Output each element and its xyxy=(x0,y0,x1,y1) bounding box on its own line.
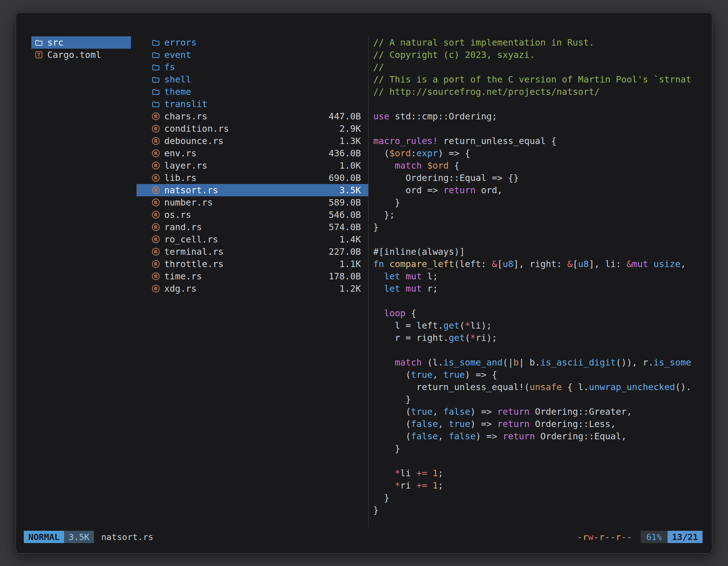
svg-text:R: R xyxy=(154,114,158,119)
code-line: loop { xyxy=(373,307,703,319)
code-line: l = left.get(*li); xyxy=(373,319,703,332)
entry-name: time.rs xyxy=(164,271,202,282)
toml-file-icon: T xyxy=(35,51,43,59)
file-row[interactable]: Rterminal.rs227.0B xyxy=(137,246,368,258)
code-line: (false, false) => return Ordering::Equal… xyxy=(373,430,703,442)
entry-size: 1.4K xyxy=(339,234,361,245)
file-preview-pane[interactable]: // A natural sort implementation in Rust… xyxy=(368,36,703,527)
code-line: #[inline(always)] xyxy=(373,246,703,258)
file-row[interactable]: Rrand.rs574.0B xyxy=(137,221,368,233)
folder-icon xyxy=(152,51,160,59)
file-row[interactable]: Rro_cell.rs1.4K xyxy=(137,233,368,246)
code-line xyxy=(373,123,703,135)
main-panes: srcTCargo.toml errorseventfsshellthemetr… xyxy=(16,36,712,527)
dir-row[interactable]: shell xyxy=(137,73,368,86)
entry-size: 574.0B xyxy=(328,222,361,233)
entry-name: errors xyxy=(164,37,197,48)
dir-row[interactable]: fs xyxy=(137,61,368,73)
code-line: match (l.is_some_and(|b| b.is_ascii_digi… xyxy=(373,356,703,368)
folder-icon xyxy=(152,100,160,108)
svg-text:R: R xyxy=(154,237,158,242)
dir-row[interactable]: event xyxy=(137,49,368,61)
code-line: ord => return ord, xyxy=(373,184,703,196)
code-line: } xyxy=(373,221,703,233)
dir-row[interactable]: translit xyxy=(137,98,368,110)
svg-text:R: R xyxy=(154,126,158,132)
entry-size: 1.0K xyxy=(339,160,361,171)
entry-size: 589.0B xyxy=(328,197,361,208)
svg-text:R: R xyxy=(154,139,158,144)
file-row[interactable]: Rlayer.rs1.0K xyxy=(137,159,368,172)
code-line: (true, true) => { xyxy=(373,368,703,381)
file-row[interactable]: Rtime.rs178.0B xyxy=(137,270,368,283)
code-line: *ri += 1; xyxy=(373,479,703,492)
statusbar-right: -rw-r--r-- 61% 13/21 xyxy=(577,531,703,543)
entry-size: 447.0B xyxy=(328,111,361,122)
entry-name: Cargo.toml xyxy=(47,50,101,60)
entry-size: 1.2K xyxy=(339,283,361,294)
code-line: r = right.get(*ri); xyxy=(373,332,703,344)
file-size-badge: 3.5K xyxy=(64,531,94,543)
entry-name: rand.rs xyxy=(164,222,202,233)
svg-text:R: R xyxy=(154,225,158,230)
svg-text:R: R xyxy=(154,249,158,255)
file-row[interactable]: TCargo.toml xyxy=(31,49,131,61)
entry-size: 1.1K xyxy=(339,259,361,269)
file-row[interactable]: Rnatsort.rs3.5K xyxy=(137,184,368,196)
rust-file-icon: R xyxy=(152,186,160,194)
svg-text:R: R xyxy=(154,175,158,181)
code-line: let mut r; xyxy=(373,283,703,295)
rust-file-icon: R xyxy=(152,161,160,170)
code-line: (false, true) => return Ordering::Less, xyxy=(373,418,703,430)
entry-size: 2.9K xyxy=(339,123,361,134)
code-line: return_unless_equal!(unsafe { l.unwrap_u… xyxy=(373,381,703,393)
code-line: }; xyxy=(373,209,703,221)
svg-text:R: R xyxy=(154,151,158,156)
rust-file-icon: R xyxy=(152,174,160,182)
rust-file-icon: R xyxy=(152,137,160,145)
file-row[interactable]: Rthrottle.rs1.1K xyxy=(137,258,368,270)
file-row[interactable]: Rlib.rs690.0B xyxy=(137,172,368,184)
file-row[interactable]: Rcondition.rs2.9K xyxy=(137,123,368,135)
code-line xyxy=(373,344,703,356)
mode-badge: NORMAL xyxy=(24,531,64,543)
current-directory-pane[interactable]: errorseventfsshellthemetranslitRchars.rs… xyxy=(137,36,368,527)
code-line xyxy=(373,455,703,467)
entry-name: lib.rs xyxy=(164,173,197,183)
rust-file-icon: R xyxy=(152,235,160,244)
entry-name: debounce.rs xyxy=(164,136,224,146)
code-line: // xyxy=(373,61,703,73)
dir-row[interactable]: errors xyxy=(137,36,368,49)
entry-name: ro_cell.rs xyxy=(164,234,218,245)
entry-name: number.rs xyxy=(164,197,213,208)
code-line: // This is a port of the C version of Ma… xyxy=(373,73,703,86)
entry-size: 690.0B xyxy=(328,173,361,183)
svg-text:R: R xyxy=(154,188,158,193)
entry-name: fs xyxy=(164,62,175,72)
rust-file-icon: R xyxy=(152,125,160,133)
entry-size: 436.0B xyxy=(328,148,361,159)
code-line: // http://sourcefrog.net/projects/natsor… xyxy=(373,86,703,98)
folder-icon xyxy=(35,38,43,47)
entry-name: theme xyxy=(164,86,191,97)
rust-file-icon: R xyxy=(152,284,160,293)
rust-file-icon: R xyxy=(152,248,160,256)
dir-row[interactable]: theme xyxy=(137,86,368,98)
folder-icon xyxy=(152,63,160,71)
rust-file-icon: R xyxy=(152,272,160,281)
file-row[interactable]: Renv.rs436.0B xyxy=(137,147,368,159)
file-row[interactable]: Rnumber.rs589.0B xyxy=(137,196,368,209)
entry-name: condition.rs xyxy=(164,123,229,134)
statusbar-filename: natsort.rs xyxy=(101,532,154,542)
code-line: // Copyright (c) 2023, sxyazi. xyxy=(373,49,703,61)
file-row[interactable]: Ros.rs546.0B xyxy=(137,209,368,221)
code-line: macro_rules! return_unless_equal { xyxy=(373,135,703,147)
code-line xyxy=(373,233,703,246)
code-line: fn compare_left(left: &[u8], right: &[u8… xyxy=(373,258,703,270)
file-row[interactable]: Rchars.rs447.0B xyxy=(137,110,368,123)
file-row[interactable]: Rdebounce.rs1.3K xyxy=(137,135,368,147)
file-row[interactable]: Rxdg.rs1.2K xyxy=(137,283,368,295)
parent-directory-pane[interactable]: srcTCargo.toml xyxy=(31,36,131,527)
code-line: } xyxy=(373,196,703,209)
dir-row[interactable]: src xyxy=(31,36,131,49)
